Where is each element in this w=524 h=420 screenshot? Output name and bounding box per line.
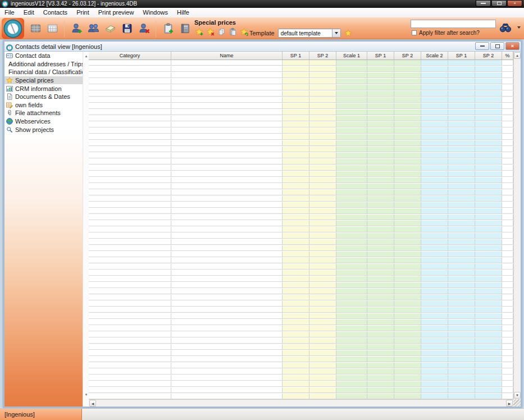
- grid-cell[interactable]: [336, 270, 367, 276]
- grid-cell[interactable]: [475, 171, 502, 177]
- sidebar-item-special-prices[interactable]: Special prices: [4, 76, 83, 85]
- grid-cell[interactable]: [394, 122, 421, 127]
- grid-cell[interactable]: [282, 375, 309, 381]
- table-row[interactable]: [89, 332, 513, 338]
- grid-cell[interactable]: [282, 239, 309, 245]
- sidebar-item-webservices[interactable]: Webservices: [4, 117, 83, 126]
- grid-cell[interactable]: [367, 369, 394, 375]
- grid-cell[interactable]: [367, 177, 394, 183]
- grid-cell[interactable]: [282, 258, 309, 263]
- grid-cell[interactable]: [89, 85, 171, 90]
- grid-scroll-right-arrow[interactable]: ▶: [506, 400, 513, 407]
- grid-cell[interactable]: [502, 258, 513, 263]
- grid-cell[interactable]: [171, 103, 282, 109]
- grid-cell[interactable]: [421, 245, 448, 251]
- grid-cell[interactable]: [367, 381, 394, 387]
- grid-cell[interactable]: [171, 375, 282, 381]
- grid-cell[interactable]: [394, 245, 421, 251]
- grid-cell[interactable]: [367, 252, 394, 257]
- grid-cell[interactable]: [171, 326, 282, 331]
- grid-cell[interactable]: [367, 109, 394, 115]
- grid-cell[interactable]: [282, 252, 309, 257]
- grid-cell[interactable]: [475, 85, 502, 90]
- grid-cell[interactable]: [421, 109, 448, 115]
- grid-cell[interactable]: [336, 208, 367, 214]
- grid-cell[interactable]: [502, 153, 513, 158]
- grid-cell[interactable]: [475, 350, 502, 356]
- grid-cell[interactable]: [336, 357, 367, 362]
- grid-cell[interactable]: [448, 60, 475, 66]
- table-row[interactable]: [89, 60, 513, 66]
- column-header[interactable]: %: [502, 52, 513, 60]
- grid-cell[interactable]: [89, 171, 171, 177]
- table-row[interactable]: [89, 116, 513, 122]
- grid-cell[interactable]: [421, 196, 448, 202]
- grid-cell[interactable]: [475, 363, 502, 368]
- grid-cell[interactable]: [502, 295, 513, 300]
- grid-cell[interactable]: [309, 245, 336, 251]
- grid-cell[interactable]: [421, 128, 448, 134]
- table-row[interactable]: [89, 97, 513, 103]
- grid-cell[interactable]: [421, 116, 448, 121]
- grid-cell[interactable]: [448, 276, 475, 282]
- grid-cell[interactable]: [502, 227, 513, 232]
- grid-cell[interactable]: [282, 177, 309, 183]
- sidebar-item-file-attachments[interactable]: File attachments: [4, 109, 83, 117]
- grid-cell[interactable]: [502, 276, 513, 282]
- grid-cell[interactable]: [394, 276, 421, 282]
- grid-cell[interactable]: [502, 264, 513, 270]
- grid-cell[interactable]: [448, 357, 475, 362]
- grid-cell[interactable]: [394, 66, 421, 72]
- table-row[interactable]: [89, 394, 513, 399]
- grid-cell[interactable]: [475, 190, 502, 195]
- grid-cell[interactable]: [394, 221, 421, 226]
- grid-cell[interactable]: [309, 276, 336, 282]
- menu-contacts[interactable]: Contacts: [39, 8, 72, 17]
- grid-cell[interactable]: [502, 97, 513, 103]
- grid-cell[interactable]: [421, 227, 448, 232]
- grid-cell[interactable]: [309, 381, 336, 387]
- grid-cell[interactable]: [282, 202, 309, 208]
- save-button[interactable]: [119, 20, 135, 38]
- table-row[interactable]: [89, 338, 513, 344]
- grid-cell[interactable]: [421, 270, 448, 276]
- grid-cell[interactable]: [336, 282, 367, 288]
- grid-cell[interactable]: [394, 239, 421, 245]
- grid-cell[interactable]: [367, 307, 394, 313]
- grid-cell[interactable]: [394, 264, 421, 270]
- grid-cell[interactable]: [502, 245, 513, 251]
- grid-cell[interactable]: [448, 350, 475, 356]
- table-row[interactable]: [89, 208, 513, 214]
- grid-cell[interactable]: [475, 394, 502, 399]
- grid-cell[interactable]: [367, 344, 394, 350]
- grid-cell[interactable]: [171, 301, 282, 307]
- table-row[interactable]: [89, 307, 513, 313]
- grid-cell[interactable]: [367, 72, 394, 78]
- table-row[interactable]: [89, 295, 513, 301]
- table-row[interactable]: [89, 91, 513, 97]
- grid-cell[interactable]: [448, 245, 475, 251]
- grid-cell[interactable]: [502, 165, 513, 171]
- grid-cell[interactable]: [171, 332, 282, 337]
- grid-cell[interactable]: [309, 128, 336, 134]
- favorite-star-icon[interactable]: [344, 29, 352, 37]
- grid-vertical-scrollbar[interactable]: ▲ ▼: [513, 52, 521, 399]
- grid-cell[interactable]: [394, 214, 421, 220]
- grid-cell[interactable]: [448, 264, 475, 270]
- grid-cell[interactable]: [421, 289, 448, 294]
- grid-cell[interactable]: [367, 338, 394, 344]
- grid-cell[interactable]: [171, 394, 282, 399]
- grid-cell[interactable]: [448, 258, 475, 263]
- grid-cell[interactable]: [475, 128, 502, 134]
- grid-cell[interactable]: [448, 214, 475, 220]
- grid-cell[interactable]: [448, 369, 475, 375]
- grid-cell[interactable]: [171, 91, 282, 97]
- grid-cell[interactable]: [282, 134, 309, 140]
- grid-cell[interactable]: [171, 97, 282, 103]
- grid-cell[interactable]: [448, 116, 475, 121]
- grid-cell[interactable]: [421, 184, 448, 189]
- grid-cell[interactable]: [421, 147, 448, 152]
- grid-cell[interactable]: [89, 344, 171, 350]
- grid-cell[interactable]: [475, 276, 502, 282]
- grid-cell[interactable]: [502, 357, 513, 362]
